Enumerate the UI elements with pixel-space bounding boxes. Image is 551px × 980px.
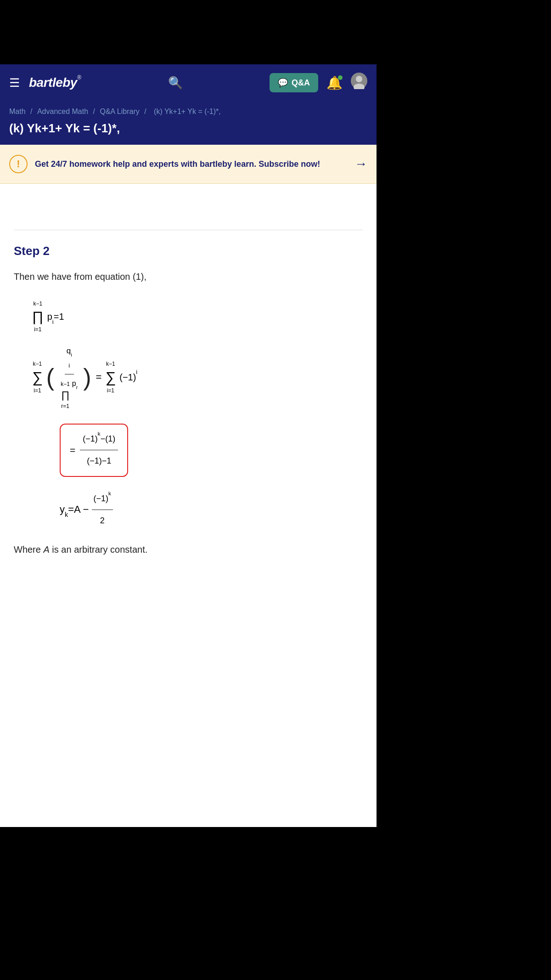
navbar-left: ☰ bartleby® <box>9 75 81 90</box>
breadcrumb-math[interactable]: Math <box>9 108 26 115</box>
search-icon[interactable]: 🔍 <box>168 76 183 90</box>
equation-line-1: k−1 ∏ i=1 pi=1 <box>32 298 363 336</box>
qa-icon: 💬 <box>278 78 288 88</box>
breadcrumb-advanced-math[interactable]: Advanced Math <box>37 108 88 115</box>
where-text: Where A is an arbitrary constant. <box>14 542 363 557</box>
math-block: k−1 ∏ i=1 pi=1 k−1 ∑ i=1 ( qi i <box>32 298 363 531</box>
highlighted-equation: = (−1)k−(1) (−1)−1 <box>60 424 128 477</box>
breadcrumb: Math / Advanced Math / Q&A Library / (k)… <box>9 108 367 116</box>
bell-icon[interactable]: 🔔 <box>326 75 343 91</box>
equation-line-2: k−1 ∑ i=1 ( qi i k−1 ∏ r=1 pr <box>32 342 363 413</box>
page-title: (k) Yk+1+ Yk = (-1)*, <box>9 121 367 136</box>
step-heading: Step 2 <box>14 244 363 258</box>
step-text: Then we have from equation (1), <box>14 269 363 284</box>
promo-left: ! Get 24/7 homework help and experts wit… <box>9 155 320 173</box>
breadcrumb-section: Math / Advanced Math / Q&A Library / (k)… <box>0 101 377 145</box>
navbar-right: 💬 Q&A 🔔 <box>270 73 367 93</box>
spacer <box>14 202 363 230</box>
warning-icon: ! <box>9 155 28 173</box>
content-area: Step 2 Then we have from equation (1), k… <box>0 184 377 827</box>
breadcrumb-current: (k) Yk+1+ Yk = (-1)*, <box>154 108 221 115</box>
breadcrumb-qa-library[interactable]: Q&A Library <box>100 108 139 115</box>
divider <box>14 230 363 230</box>
user-avatar-icon[interactable] <box>351 73 367 93</box>
top-black-bar <box>0 0 377 64</box>
navbar: ☰ bartleby® 🔍 💬 Q&A 🔔 <box>0 64 377 101</box>
promo-banner[interactable]: ! Get 24/7 homework help and experts wit… <box>0 145 377 184</box>
svg-point-1 <box>356 76 362 82</box>
logo: bartleby® <box>29 75 81 90</box>
promo-arrow-icon[interactable]: → <box>354 157 367 171</box>
hamburger-icon[interactable]: ☰ <box>9 76 20 90</box>
qa-button[interactable]: 💬 Q&A <box>270 73 318 92</box>
notification-dot <box>338 75 343 80</box>
yk-equation: yk=A − (−1)k 2 <box>60 489 363 531</box>
variable-a: A <box>43 544 49 555</box>
promo-text: Get 24/7 homework help and experts with … <box>35 158 320 170</box>
bottom-black-bar <box>0 827 377 901</box>
